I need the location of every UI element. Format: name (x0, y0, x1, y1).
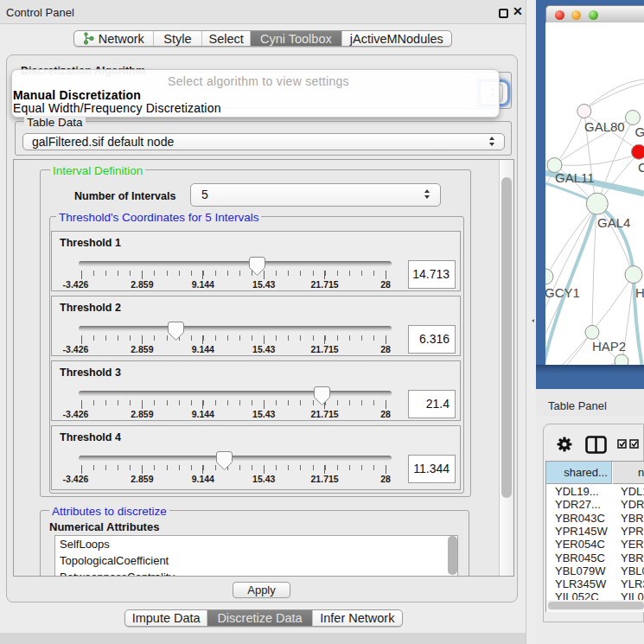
svg-text:H: H (635, 285, 644, 300)
svg-text:GCY1: GCY1 (545, 285, 580, 300)
svg-text:GAL11: GAL11 (555, 170, 595, 185)
svg-text:GAL80: GAL80 (584, 119, 625, 134)
svg-text:HAP2: HAP2 (592, 339, 626, 354)
svg-text:GA: GA (635, 124, 644, 139)
svg-text:C: C (638, 160, 644, 175)
svg-text:GAL4: GAL4 (597, 215, 630, 230)
